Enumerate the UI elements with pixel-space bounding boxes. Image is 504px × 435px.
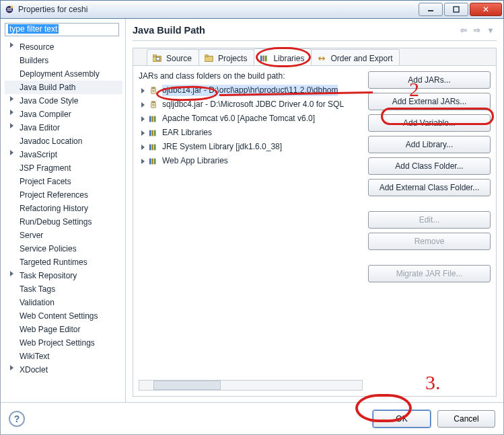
edit-button[interactable]: Edit... bbox=[368, 211, 491, 229]
library-entry[interactable]: Apache Tomcat v6.0 [Apache Tomcat v6.0] bbox=[139, 112, 363, 126]
category-panel: type filter text ResourceBuildersDeploym… bbox=[1, 19, 126, 402]
nav-item[interactable]: Service Policies bbox=[5, 242, 122, 255]
nav-item-label: Java Build Path bbox=[20, 83, 75, 92]
expand-icon[interactable] bbox=[10, 150, 13, 155]
add-variable-button[interactable]: Add Variable... bbox=[368, 114, 491, 132]
nav-item[interactable]: JSP Fragment bbox=[5, 161, 122, 175]
close-button[interactable]: ✕ bbox=[470, 3, 502, 16]
category-list[interactable]: ResourceBuildersDeployment AssemblyJava … bbox=[5, 40, 122, 399]
expand-icon[interactable] bbox=[10, 123, 13, 128]
back-icon[interactable]: ⇦ bbox=[458, 24, 470, 36]
library-entry[interactable]: sqljdbc4.jar - D:\Microsoft JDBC Driver … bbox=[139, 97, 363, 112]
library-entry[interactable]: EAR Libraries bbox=[139, 126, 363, 140]
expand-icon[interactable] bbox=[141, 102, 145, 108]
expand-icon[interactable] bbox=[10, 42, 13, 48]
svg-rect-26 bbox=[149, 144, 151, 150]
expand-icon[interactable] bbox=[141, 130, 145, 136]
nav-item[interactable]: Targeted Runtimes bbox=[5, 255, 122, 269]
nav-item-label: JSP Fragment bbox=[20, 163, 71, 173]
nav-item[interactable]: Project Facets bbox=[5, 175, 122, 188]
help-icon[interactable]: ? bbox=[9, 411, 25, 427]
nav-item[interactable]: Builders bbox=[5, 54, 122, 67]
svg-rect-21 bbox=[151, 116, 153, 122]
migrate-jar-button[interactable]: Migrate JAR File... bbox=[368, 265, 491, 282]
tab-order[interactable]: Order and Export bbox=[311, 49, 400, 65]
nav-item-label: Web Content Settings bbox=[20, 311, 98, 321]
svg-rect-22 bbox=[154, 116, 156, 122]
add-external-jars-button[interactable]: Add External JARs... bbox=[368, 93, 491, 110]
cancel-button[interactable]: Cancel bbox=[437, 410, 495, 428]
menu-icon[interactable]: ▾ bbox=[484, 24, 497, 36]
nav-item[interactable]: Project References bbox=[5, 188, 122, 202]
nav-item-label: XDoclet bbox=[20, 365, 48, 374]
nav-item[interactable]: Java Build Path bbox=[5, 81, 122, 94]
ok-button[interactable]: OK bbox=[373, 410, 431, 428]
forward-icon[interactable]: ⇨ bbox=[471, 24, 483, 36]
library-entry[interactable]: ojdbc14.jar - D:\orcl\app\hr\product\11.… bbox=[139, 83, 363, 97]
expand-icon[interactable] bbox=[10, 271, 13, 276]
nav-item[interactable]: Refactoring History bbox=[5, 202, 122, 215]
bottom-bar: ? OK Cancel bbox=[1, 402, 503, 434]
nav-item[interactable]: Web Page Editor bbox=[5, 323, 122, 336]
horizontal-scrollbar[interactable] bbox=[139, 380, 363, 391]
add-library-button[interactable]: Add Library... bbox=[368, 136, 491, 153]
tab-source[interactable]: Source bbox=[147, 49, 199, 65]
nav-item[interactable]: Run/Debug Settings bbox=[5, 215, 122, 229]
tab-libraries[interactable]: Libraries bbox=[254, 48, 312, 65]
nav-item[interactable]: Deployment Assembly bbox=[5, 67, 122, 81]
libraries-tree[interactable]: ojdbc14.jar - D:\orcl\app\hr\product\11.… bbox=[139, 83, 363, 377]
nav-item[interactable]: Web Content Settings bbox=[5, 309, 122, 323]
nav-item-label: Builders bbox=[20, 56, 48, 65]
nav-item-label: Service Policies bbox=[20, 244, 77, 253]
add-class-folder-button[interactable]: Add Class Folder... bbox=[368, 157, 491, 175]
nav-item[interactable]: XDoclet bbox=[5, 363, 122, 377]
minimize-button[interactable] bbox=[419, 3, 443, 16]
nav-item-label: Javadoc Location bbox=[20, 136, 82, 146]
nav-item-label: Server bbox=[20, 231, 43, 240]
nav-item[interactable]: Task Tags bbox=[5, 282, 122, 296]
nav-item[interactable]: Server bbox=[5, 229, 122, 242]
nav-item[interactable]: Validation bbox=[5, 296, 122, 309]
svg-rect-29 bbox=[149, 158, 151, 164]
expand-icon[interactable] bbox=[10, 365, 13, 370]
tab-label: Libraries bbox=[273, 54, 304, 63]
svg-point-1 bbox=[11, 6, 13, 9]
nav-item[interactable]: Java Editor bbox=[5, 121, 122, 134]
nav-item[interactable]: Web Project Settings bbox=[5, 336, 122, 350]
nav-item[interactable]: Java Code Style bbox=[5, 94, 122, 108]
svg-rect-17 bbox=[151, 101, 155, 102]
svg-rect-27 bbox=[151, 144, 153, 150]
remove-button[interactable]: Remove bbox=[368, 233, 491, 250]
nav-item-label: Project Facets bbox=[20, 177, 71, 186]
nav-item-label: Web Project Settings bbox=[20, 338, 95, 348]
tabbar: SourceProjectsLibrariesOrder and Export bbox=[133, 48, 497, 65]
expand-icon[interactable] bbox=[141, 145, 145, 150]
nav-item-label: Resource bbox=[20, 42, 54, 52]
tab-label: Projects bbox=[218, 54, 247, 63]
nav-item[interactable]: Task Repository bbox=[5, 269, 122, 282]
nav-item-label: Validation bbox=[20, 298, 55, 307]
filter-input[interactable]: type filter text bbox=[5, 23, 119, 36]
eclipse-icon bbox=[5, 5, 14, 14]
expand-icon[interactable] bbox=[10, 96, 13, 102]
library-entry[interactable]: JRE System Library [jdk1.6.0_38] bbox=[139, 140, 363, 154]
nav-item[interactable]: JavaScript bbox=[5, 148, 122, 161]
nav-item[interactable]: Resource bbox=[5, 40, 122, 54]
expand-icon[interactable] bbox=[141, 159, 145, 164]
nav-item-label: Task Repository bbox=[20, 271, 77, 280]
tab-projects[interactable]: Projects bbox=[199, 49, 254, 65]
expand-icon[interactable] bbox=[10, 110, 13, 115]
expand-icon[interactable] bbox=[141, 116, 145, 122]
add-jars-button[interactable]: Add JARs... bbox=[368, 71, 491, 89]
nav-item[interactable]: Javadoc Location bbox=[5, 134, 122, 148]
svg-rect-3 bbox=[454, 7, 459, 12]
expand-icon[interactable] bbox=[141, 88, 145, 93]
library-entry-label: EAR Libraries bbox=[162, 127, 212, 139]
nav-item[interactable]: WikiText bbox=[5, 350, 122, 363]
nav-item[interactable]: Java Compiler bbox=[5, 108, 122, 121]
svg-rect-20 bbox=[149, 116, 151, 122]
library-entry[interactable]: Web App Libraries bbox=[139, 154, 363, 168]
add-external-class-folder-button[interactable]: Add External Class Folder... bbox=[368, 179, 491, 196]
nav-item-label: Project References bbox=[20, 190, 88, 200]
maximize-button[interactable] bbox=[444, 3, 468, 16]
